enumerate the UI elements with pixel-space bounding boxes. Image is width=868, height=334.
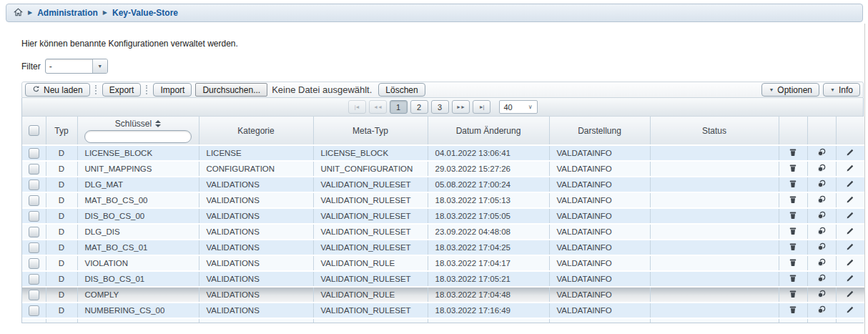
last-page-button[interactable]: ►|: [473, 100, 490, 114]
table-row[interactable]: D COMPLY VALIDATIONS VALIDATION_RULE 18.…: [22, 287, 864, 303]
row-checkbox[interactable]: [29, 227, 39, 237]
cell-schluessel: NUMBERING_CS_00: [77, 303, 199, 318]
cell-copy: [807, 287, 836, 303]
copy-row-button[interactable]: [816, 272, 827, 286]
export-button[interactable]: Export: [102, 83, 142, 97]
next-page-button[interactable]: ►►: [452, 100, 470, 114]
cell-darstellung: VALDATAINFO: [549, 224, 650, 240]
row-checkbox[interactable]: [29, 148, 39, 159]
table-row[interactable]: D LICENSE_BLOCK LICENSE LICENSE_BLOCK 04…: [22, 145, 864, 161]
cell-darstellung: VALDATAINFO: [549, 271, 650, 287]
import-button[interactable]: Import: [153, 83, 192, 97]
browse-file-button[interactable]: Durchsuchen...: [195, 83, 267, 97]
page-button-2[interactable]: 2: [410, 100, 428, 114]
copy-row-button[interactable]: [816, 257, 827, 270]
delete-row-button[interactable]: [787, 272, 799, 286]
row-checkbox[interactable]: [29, 290, 39, 300]
copy-row-button[interactable]: [816, 194, 827, 207]
row-checkbox[interactable]: [29, 242, 39, 253]
page-button-1[interactable]: 1: [390, 100, 408, 114]
edit-row-button[interactable]: [844, 241, 856, 255]
page-right-edge: [864, 24, 865, 334]
row-checkbox[interactable]: [29, 180, 39, 190]
delete-row-button[interactable]: [787, 147, 799, 160]
delete-row-button[interactable]: [787, 288, 799, 302]
edit-row-button[interactable]: [844, 304, 856, 318]
cell-typ: D: [46, 192, 77, 208]
delete-row-button[interactable]: [787, 257, 799, 270]
table-row[interactable]: D MAT_BO_CS_00 VALIDATIONS VALIDATION_RU…: [22, 192, 864, 208]
edit-row-button[interactable]: [844, 147, 856, 160]
cell-meta-typ: VALIDATION_RULESET: [313, 192, 428, 208]
copy-row-button[interactable]: [816, 288, 827, 302]
copy-row-button[interactable]: [816, 147, 827, 160]
select-all-checkbox[interactable]: [29, 125, 39, 136]
cell-status: [650, 255, 779, 271]
cell-typ: D: [46, 224, 77, 240]
header-darstellung: Darstellung: [549, 117, 650, 145]
edit-row-button[interactable]: [844, 162, 856, 176]
table-row[interactable]: D VIOLATION VALIDATIONS VALIDATION_RULE …: [22, 255, 864, 271]
edit-row-button[interactable]: [844, 288, 856, 302]
delete-row-button[interactable]: [787, 178, 799, 192]
info-menu-button[interactable]: ▼ Info: [823, 83, 860, 97]
delete-row-button[interactable]: [787, 162, 799, 176]
table-row[interactable]: D DIS_BO_CS_00 VALIDATIONS VALIDATION_RU…: [22, 208, 864, 224]
cell-typ: D: [46, 255, 77, 271]
trash-icon: [789, 305, 797, 316]
sort-icon[interactable]: [155, 120, 161, 127]
delete-row-button[interactable]: [787, 225, 799, 239]
delete-row-button[interactable]: [787, 304, 799, 318]
schluessel-filter-input[interactable]: [84, 130, 192, 143]
row-checkbox[interactable]: [29, 164, 39, 175]
edit-row-button[interactable]: [844, 272, 856, 286]
row-checkbox[interactable]: [29, 211, 39, 222]
first-page-button[interactable]: |◄: [348, 100, 366, 114]
chevron-down-icon[interactable]: ▼: [92, 59, 107, 73]
row-checkbox[interactable]: [29, 305, 39, 316]
copy-row-button[interactable]: [816, 304, 827, 318]
filter-dropdown[interactable]: - ▼: [45, 59, 108, 74]
page-size-select[interactable]: 40 ∨: [499, 100, 538, 114]
breadcrumb-item-administration[interactable]: Administration: [37, 8, 98, 18]
row-checkbox[interactable]: [29, 258, 39, 269]
page-button-3[interactable]: 3: [431, 100, 449, 114]
reload-button[interactable]: Neu laden: [25, 83, 90, 97]
delete-row-button[interactable]: [787, 194, 799, 207]
row-checkbox[interactable]: [29, 195, 39, 206]
table-row[interactable]: D UNIT_MAPPINGS CONFIGURATION UNIT_CONFI…: [22, 161, 864, 177]
delete-button[interactable]: Löschen: [378, 83, 425, 97]
options-menu-button[interactable]: ▼ Optionen: [761, 83, 819, 97]
copy-row-button[interactable]: [816, 241, 827, 255]
cell-typ: D: [46, 240, 77, 255]
edit-row-button[interactable]: [844, 194, 856, 207]
cell-status: [650, 224, 779, 240]
cell-checkbox: [22, 240, 46, 255]
edit-row-button[interactable]: [844, 210, 856, 223]
edit-row-button[interactable]: [844, 225, 856, 239]
copy-row-button[interactable]: [816, 178, 827, 192]
table-row[interactable]: D DLG_DIS VALIDATIONS VALIDATION_RULESET…: [22, 224, 864, 240]
copy-row-button[interactable]: [816, 162, 827, 176]
delete-row-button[interactable]: [787, 210, 799, 223]
copy-row-button[interactable]: [816, 210, 827, 223]
reload-button-label: Neu laden: [44, 85, 83, 95]
cell-darstellung: VALDATAINFO: [549, 240, 650, 255]
cell-status: [650, 177, 779, 192]
edit-row-button[interactable]: [844, 178, 856, 192]
breadcrumb-item-key-value-store[interactable]: Key-Value-Store: [112, 8, 178, 18]
previous-page-button[interactable]: ◄◄: [369, 100, 387, 114]
edit-row-button[interactable]: [844, 257, 856, 270]
table-row[interactable]: D NUMBERING_CS_00 VALIDATIONS VALIDATION…: [22, 303, 864, 318]
table-row[interactable]: D DLG_MAT VALIDATIONS VALIDATION_RULESET…: [22, 177, 864, 192]
table-row[interactable]: D DIS_BO_CS_01 VALIDATIONS VALIDATION_RU…: [22, 271, 864, 287]
row-checkbox[interactable]: [29, 274, 39, 285]
delete-row-button[interactable]: [787, 241, 799, 255]
pencil-icon: [846, 305, 854, 316]
table-row[interactable]: D MAT_BO_CS_01 VALIDATIONS VALIDATION_RU…: [22, 240, 864, 255]
header-schluessel-label[interactable]: Schlüssel: [115, 119, 152, 129]
copy-row-button[interactable]: [816, 225, 827, 239]
home-button[interactable]: [14, 8, 23, 19]
cell-status: [650, 192, 779, 208]
cell-typ: D: [46, 303, 77, 318]
